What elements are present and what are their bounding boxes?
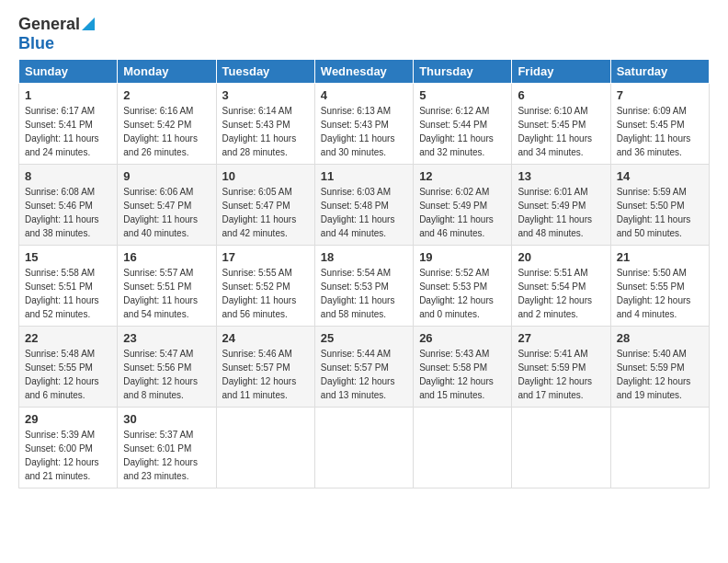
calendar-week-3: 15 Sunrise: 5:58 AMSunset: 5:51 PMDaylig…	[19, 246, 710, 327]
calendar-cell: 11 Sunrise: 6:03 AMSunset: 5:48 PMDaylig…	[314, 165, 413, 246]
day-info: Sunrise: 5:51 AMSunset: 5:54 PMDaylight:…	[518, 268, 592, 319]
day-header-saturday: Saturday	[610, 60, 709, 84]
day-number: 25	[321, 331, 407, 345]
day-info: Sunrise: 6:06 AMSunset: 5:47 PMDaylight:…	[123, 187, 198, 238]
calendar-cell: 1 Sunrise: 6:17 AMSunset: 5:41 PMDayligh…	[19, 84, 118, 165]
calendar-cell: 7 Sunrise: 6:09 AMSunset: 5:45 PMDayligh…	[610, 84, 709, 165]
day-number: 3	[222, 88, 309, 102]
calendar-cell: 13 Sunrise: 6:01 AMSunset: 5:49 PMDaylig…	[512, 165, 610, 246]
day-number: 4	[321, 88, 407, 102]
day-number: 29	[25, 412, 111, 426]
calendar-cell	[414, 408, 512, 488]
calendar-week-1: 1 Sunrise: 6:17 AMSunset: 5:41 PMDayligh…	[19, 84, 710, 165]
calendar-cell: 19 Sunrise: 5:52 AMSunset: 5:53 PMDaylig…	[414, 246, 512, 327]
page-header: General Blue	[18, 15, 710, 53]
day-info: Sunrise: 6:14 AMSunset: 5:43 PMDaylight:…	[222, 106, 297, 157]
day-number: 20	[518, 250, 604, 264]
calendar-cell: 6 Sunrise: 6:10 AMSunset: 5:45 PMDayligh…	[512, 84, 610, 165]
day-info: Sunrise: 6:12 AMSunset: 5:44 PMDaylight:…	[419, 106, 494, 157]
day-info: Sunrise: 6:13 AMSunset: 5:43 PMDaylight:…	[321, 106, 395, 157]
calendar-week-5: 29 Sunrise: 5:39 AMSunset: 6:00 PMDaylig…	[19, 408, 710, 488]
day-header-wednesday: Wednesday	[314, 60, 413, 84]
day-number: 26	[419, 331, 506, 345]
day-number: 23	[123, 331, 210, 345]
calendar-week-4: 22 Sunrise: 5:48 AMSunset: 5:55 PMDaylig…	[19, 327, 710, 408]
day-header-tuesday: Tuesday	[216, 60, 314, 84]
day-info: Sunrise: 5:52 AMSunset: 5:53 PMDaylight:…	[419, 268, 494, 319]
day-info: Sunrise: 5:57 AMSunset: 5:51 PMDaylight:…	[123, 268, 198, 319]
day-number: 30	[123, 412, 210, 426]
calendar-cell: 17 Sunrise: 5:55 AMSunset: 5:52 PMDaylig…	[216, 246, 314, 327]
day-info: Sunrise: 6:01 AMSunset: 5:49 PMDaylight:…	[518, 187, 592, 238]
day-number: 18	[321, 250, 407, 264]
day-number: 5	[419, 88, 506, 102]
day-info: Sunrise: 5:58 AMSunset: 5:51 PMDaylight:…	[25, 268, 99, 319]
day-header-sunday: Sunday	[19, 60, 118, 84]
calendar-cell: 24 Sunrise: 5:46 AMSunset: 5:57 PMDaylig…	[216, 327, 314, 408]
day-info: Sunrise: 5:43 AMSunset: 5:58 PMDaylight:…	[419, 349, 494, 400]
calendar-cell: 23 Sunrise: 5:47 AMSunset: 5:56 PMDaylig…	[118, 327, 216, 408]
logo: General Blue	[18, 15, 95, 53]
day-info: Sunrise: 6:10 AMSunset: 5:45 PMDaylight:…	[518, 106, 592, 157]
day-number: 16	[123, 250, 210, 264]
calendar-cell: 25 Sunrise: 5:44 AMSunset: 5:57 PMDaylig…	[314, 327, 413, 408]
calendar-cell	[610, 408, 709, 488]
calendar-cell: 3 Sunrise: 6:14 AMSunset: 5:43 PMDayligh…	[216, 84, 314, 165]
calendar-cell: 29 Sunrise: 5:39 AMSunset: 6:00 PMDaylig…	[19, 408, 118, 488]
day-number: 11	[321, 169, 407, 183]
day-info: Sunrise: 5:41 AMSunset: 5:59 PMDaylight:…	[518, 349, 592, 400]
day-info: Sunrise: 6:08 AMSunset: 5:46 PMDaylight:…	[25, 187, 99, 238]
calendar-table: SundayMondayTuesdayWednesdayThursdayFrid…	[18, 59, 710, 488]
day-number: 1	[25, 88, 111, 102]
calendar-cell: 10 Sunrise: 6:05 AMSunset: 5:47 PMDaylig…	[216, 165, 314, 246]
day-number: 24	[222, 331, 309, 345]
logo-triangle-icon	[82, 17, 95, 34]
calendar-cell: 21 Sunrise: 5:50 AMSunset: 5:55 PMDaylig…	[610, 246, 709, 327]
calendar-cell: 18 Sunrise: 5:54 AMSunset: 5:53 PMDaylig…	[314, 246, 413, 327]
day-info: Sunrise: 6:03 AMSunset: 5:48 PMDaylight:…	[321, 187, 395, 238]
day-info: Sunrise: 5:50 AMSunset: 5:55 PMDaylight:…	[617, 268, 691, 319]
calendar-cell: 5 Sunrise: 6:12 AMSunset: 5:44 PMDayligh…	[414, 84, 512, 165]
day-number: 28	[617, 331, 703, 345]
day-info: Sunrise: 5:48 AMSunset: 5:55 PMDaylight:…	[25, 349, 99, 400]
calendar-cell	[216, 408, 314, 488]
day-number: 2	[123, 88, 210, 102]
day-number: 27	[518, 331, 604, 345]
calendar-cell: 26 Sunrise: 5:43 AMSunset: 5:58 PMDaylig…	[414, 327, 512, 408]
day-info: Sunrise: 6:05 AMSunset: 5:47 PMDaylight:…	[222, 187, 297, 238]
calendar-cell: 27 Sunrise: 5:41 AMSunset: 5:59 PMDaylig…	[512, 327, 610, 408]
day-number: 15	[25, 250, 111, 264]
day-header-friday: Friday	[512, 60, 610, 84]
day-number: 22	[25, 331, 111, 345]
calendar-cell: 22 Sunrise: 5:48 AMSunset: 5:55 PMDaylig…	[19, 327, 118, 408]
calendar-cell: 30 Sunrise: 5:37 AMSunset: 6:01 PMDaylig…	[118, 408, 216, 488]
day-info: Sunrise: 5:47 AMSunset: 5:56 PMDaylight:…	[123, 349, 198, 400]
day-info: Sunrise: 5:37 AMSunset: 6:01 PMDaylight:…	[123, 430, 198, 481]
day-number: 17	[222, 250, 309, 264]
svg-marker-0	[82, 17, 95, 30]
calendar-week-2: 8 Sunrise: 6:08 AMSunset: 5:46 PMDayligh…	[19, 165, 710, 246]
calendar-cell: 16 Sunrise: 5:57 AMSunset: 5:51 PMDaylig…	[118, 246, 216, 327]
day-info: Sunrise: 5:55 AMSunset: 5:52 PMDaylight:…	[222, 268, 297, 319]
calendar-cell: 4 Sunrise: 6:13 AMSunset: 5:43 PMDayligh…	[314, 84, 413, 165]
day-info: Sunrise: 6:02 AMSunset: 5:49 PMDaylight:…	[419, 187, 494, 238]
calendar-cell	[314, 408, 413, 488]
day-header-monday: Monday	[118, 60, 216, 84]
day-number: 21	[617, 250, 703, 264]
day-info: Sunrise: 6:16 AMSunset: 5:42 PMDaylight:…	[123, 106, 198, 157]
calendar-cell: 15 Sunrise: 5:58 AMSunset: 5:51 PMDaylig…	[19, 246, 118, 327]
day-number: 14	[617, 169, 703, 183]
calendar-header-row: SundayMondayTuesdayWednesdayThursdayFrid…	[19, 60, 710, 84]
day-header-thursday: Thursday	[414, 60, 512, 84]
calendar-cell: 9 Sunrise: 6:06 AMSunset: 5:47 PMDayligh…	[118, 165, 216, 246]
logo-blue-text: Blue	[18, 34, 54, 52]
day-info: Sunrise: 5:46 AMSunset: 5:57 PMDaylight:…	[222, 349, 297, 400]
calendar-cell: 14 Sunrise: 5:59 AMSunset: 5:50 PMDaylig…	[610, 165, 709, 246]
calendar-cell: 20 Sunrise: 5:51 AMSunset: 5:54 PMDaylig…	[512, 246, 610, 327]
calendar-cell: 12 Sunrise: 6:02 AMSunset: 5:49 PMDaylig…	[414, 165, 512, 246]
calendar-cell: 28 Sunrise: 5:40 AMSunset: 5:59 PMDaylig…	[610, 327, 709, 408]
day-number: 6	[518, 88, 604, 102]
day-info: Sunrise: 5:39 AMSunset: 6:00 PMDaylight:…	[25, 430, 99, 481]
day-number: 9	[123, 169, 210, 183]
day-number: 8	[25, 169, 111, 183]
